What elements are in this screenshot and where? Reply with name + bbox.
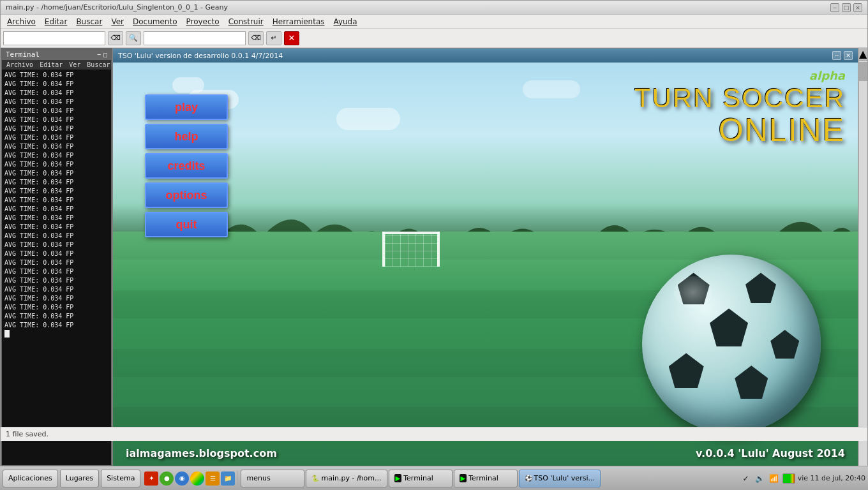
taskbar-app-tso-label: TSO 'Lulu' versi... xyxy=(534,474,595,482)
geany-menubar: Archivo Editar Buscar Ver Documento Proy… xyxy=(1,15,867,29)
terminal-title: Terminal xyxy=(6,50,40,59)
sistema-label: Sistema xyxy=(107,474,135,482)
game-minimize[interactable]: − xyxy=(832,51,841,60)
terminal1-icon: ▶ xyxy=(394,474,402,482)
term-menu-archivo[interactable]: Archivo xyxy=(4,61,35,69)
help-button[interactable]: help xyxy=(145,124,228,149)
game-title-line2: ONLINE xyxy=(634,112,845,149)
geany-window: main.py - /home/juan/Escritorio/Lulu_Sin… xyxy=(0,0,868,466)
backspace-btn-1[interactable]: ⌫ xyxy=(108,31,123,45)
menu-herramientas[interactable]: Herramientas xyxy=(269,16,329,27)
start-aplicaciones[interactable]: Aplicaciones xyxy=(3,470,58,487)
taskbar-app-tso[interactable]: ⚽ TSO 'Lulu' versi... xyxy=(519,470,601,487)
terminal-line: AVG TIME: 0.034 FP xyxy=(4,151,108,160)
checkmark-icon: ✓ xyxy=(740,473,752,484)
terminal-line: AVG TIME: 0.034 FP xyxy=(4,178,108,187)
scrollbar-thumb[interactable] xyxy=(859,62,867,81)
statusbar-text: 1 file saved. xyxy=(6,430,49,438)
menu-ayuda[interactable]: Ayuda xyxy=(330,16,361,27)
game-footer-left: ialmagames.blogspot.com xyxy=(126,447,277,459)
terminal-line: AVG TIME: 0.034 FP xyxy=(4,258,108,267)
terminal-line: AVG TIME: 0.034 FP xyxy=(4,223,108,232)
options-button[interactable]: options xyxy=(145,182,228,208)
terminal-line: AVG TIME: 0.034 FP xyxy=(4,124,108,133)
search-input-2[interactable] xyxy=(144,31,246,45)
volume-icon[interactable]: 🔊 xyxy=(754,473,766,484)
term-menu-ver[interactable]: Ver xyxy=(67,61,82,69)
terminal2-icon: ▶ xyxy=(460,474,467,482)
start-lugares[interactable]: Lugares xyxy=(60,470,99,487)
terminal-line: AVG TIME: 0.034 FP xyxy=(4,285,108,294)
taskbar: Aplicaciones Lugares Sistema ✦ ● ◉ ☰ 📁 m… xyxy=(0,466,868,490)
ball-pentagon-5 xyxy=(735,366,768,399)
terminal-line: AVG TIME: 0.034 FP xyxy=(4,241,108,249)
geany-statusbar: 1 file saved. xyxy=(1,427,867,441)
ball-pentagon-6 xyxy=(770,330,799,359)
menu-documento[interactable]: Documento xyxy=(129,16,181,27)
backspace-btn-2[interactable]: ⌫ xyxy=(248,31,264,45)
terminal-line: AVG TIME: 0.034 FP xyxy=(4,107,108,115)
menu-ver[interactable]: Ver xyxy=(107,16,128,27)
taskbar-system-tray: ✓ 🔊 📶 vie 11 de jul, 20:40 xyxy=(740,473,865,484)
taskbar-app-terminal1-label: Terminal xyxy=(403,474,433,482)
maximize-button[interactable]: □ xyxy=(842,3,851,12)
close-toolbar-btn[interactable]: ✕ xyxy=(284,31,299,45)
terminal-line: AVG TIME: 0.034 FP xyxy=(4,98,108,107)
terminal-menu: Archivo Editar Ver Buscar Terminal Ayuda xyxy=(2,60,111,70)
term-menu-buscar[interactable]: Buscar xyxy=(85,61,112,69)
icon-chrome-app[interactable] xyxy=(190,471,204,486)
credits-button[interactable]: credits xyxy=(145,153,228,179)
goal-post-container xyxy=(382,232,440,267)
terminal-line: AVG TIME: 0.034 FP xyxy=(4,321,108,330)
icon-blue-app[interactable]: ◉ xyxy=(175,471,189,486)
game-footer-right: v.0.0.4 'Lulu' August 2014 xyxy=(696,447,845,459)
terminal-maximize[interactable]: □ xyxy=(103,51,107,58)
quit-button[interactable]: quit xyxy=(145,212,228,237)
terminal-cursor xyxy=(4,330,10,338)
minimize-button[interactable]: − xyxy=(830,3,839,12)
lugares-label: Lugares xyxy=(66,474,93,482)
taskbar-app-icons: ✦ ● ◉ ☰ 📁 xyxy=(144,471,235,486)
taskbar-app-mainpy[interactable]: 🐍 main.py - /hom... xyxy=(306,470,387,487)
terminal-line: AVG TIME: 0.034 FP xyxy=(4,196,108,205)
ball-pentagon-3 xyxy=(669,353,704,388)
cloud-2 xyxy=(172,77,204,93)
clock-display: vie 11 de jul, 20:40 xyxy=(798,474,865,482)
search-input-1[interactable] xyxy=(3,31,105,45)
game-close[interactable]: ✕ xyxy=(844,51,853,60)
network-icon[interactable]: 📶 xyxy=(768,473,780,484)
geany-main: Terminal − □ Archivo Editar Ver Buscar T… xyxy=(1,48,867,466)
close-button[interactable]: × xyxy=(853,3,862,12)
menu-archivo[interactable]: Archivo xyxy=(3,16,40,27)
menu-editar[interactable]: Editar xyxy=(41,16,71,27)
menu-construir[interactable]: Construir xyxy=(225,16,267,27)
taskbar-app-menus[interactable]: menus xyxy=(241,470,304,487)
icon-orange-app[interactable]: ☰ xyxy=(206,471,220,486)
icon-red-app[interactable]: ✦ xyxy=(144,471,158,486)
ball-pentagon-1 xyxy=(710,308,748,346)
terminal-minimize[interactable]: − xyxy=(97,51,101,58)
terminal-line: AVG TIME: 0.034 FP xyxy=(4,312,108,321)
terminal-line: AVG TIME: 0.034 FP xyxy=(4,267,108,276)
terminal-output[interactable]: AVG TIME: 0.034 FPAVG TIME: 0.034 FPAVG … xyxy=(2,70,111,465)
taskbar-app-terminal2[interactable]: ▶ Terminal xyxy=(454,470,518,487)
play-button[interactable]: play xyxy=(145,94,228,120)
geany-scrollbar[interactable]: ▲ ▼ xyxy=(858,48,867,466)
menu-buscar[interactable]: Buscar xyxy=(72,16,106,27)
icon-green-app[interactable]: ● xyxy=(160,471,174,486)
search-btn[interactable]: 🔍 xyxy=(126,31,141,45)
term-menu-editar[interactable]: Editar xyxy=(38,61,64,69)
start-sistema[interactable]: Sistema xyxy=(101,470,140,487)
icon-files-app[interactable]: 📁 xyxy=(221,471,235,486)
terminal-line: AVG TIME: 0.034 FP xyxy=(4,276,108,285)
terminal-line: AVG TIME: 0.034 FP xyxy=(4,142,108,151)
taskbar-app-terminal1[interactable]: ▶ Terminal xyxy=(389,470,453,487)
goal-net xyxy=(385,234,437,267)
scrollbar-up[interactable]: ▲ xyxy=(859,48,867,61)
arrow-btn[interactable]: ↵ xyxy=(266,31,281,45)
geany-title-text: main.py - /home/juan/Escritorio/Lulu_Sin… xyxy=(6,3,228,11)
menu-proyecto[interactable]: Proyecto xyxy=(182,16,223,27)
terminal-line: AVG TIME: 0.034 FP xyxy=(4,133,108,142)
game-menu: play help credits options quit xyxy=(145,94,228,237)
terminal-line: AVG TIME: 0.034 FP xyxy=(4,89,108,98)
